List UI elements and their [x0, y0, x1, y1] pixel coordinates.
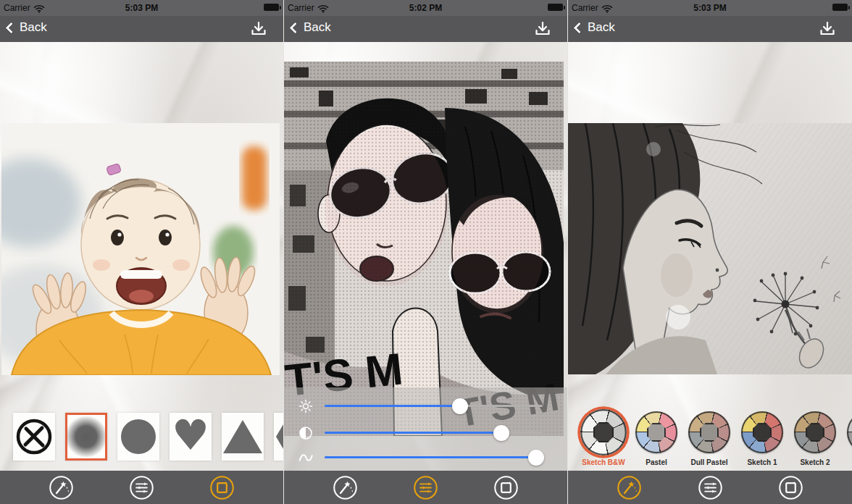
filter-wheel-preview: [635, 411, 677, 453]
panel-filters: Carrier 5:03 PM Back: [568, 0, 852, 504]
slider-fill: [325, 432, 501, 434]
editor-body: ♥: [0, 42, 283, 471]
editor-body: Sketch B&W Pastel Dull Pastel: [568, 42, 852, 471]
editor-body: T'S M T'S M: [284, 42, 567, 471]
filter-label: Dull Pastel: [680, 458, 738, 466]
hexagon-mask: [276, 420, 284, 453]
filter-wheel-center: [593, 421, 614, 442]
adjust-sliders-icon[interactable]: [128, 474, 155, 501]
adjust-sliders-icon[interactable]: [412, 474, 439, 501]
back-button[interactable]: Back: [575, 20, 615, 35]
dandelion-sketch-photo: [568, 123, 852, 374]
filter-thumb-sketch-1[interactable]: Sketch 1: [741, 411, 783, 466]
adjustment-panel: [284, 387, 567, 471]
shape-tile-circle[interactable]: [117, 413, 159, 461]
triangle-mask: [223, 420, 262, 453]
slider-fill: [325, 456, 536, 458]
filter-wheel-preview: [741, 411, 783, 453]
frame-mask-icon[interactable]: [209, 474, 235, 501]
battery-icon: [832, 4, 848, 11]
filter-label: Pastel: [627, 458, 685, 466]
download-icon[interactable]: [535, 21, 551, 36]
back-chevron-icon: [574, 22, 585, 34]
brightness-slider[interactable]: [325, 405, 543, 407]
slider-knob[interactable]: [528, 450, 544, 466]
filter-wheel-center: [753, 423, 772, 442]
back-label: Back: [588, 20, 615, 35]
battery-icon: [264, 4, 279, 11]
slider-knob[interactable]: [452, 398, 468, 414]
shape-tile-no-mask[interactable]: [13, 413, 55, 461]
contrast-slider[interactable]: [325, 432, 543, 434]
back-label: Back: [304, 20, 331, 35]
download-icon[interactable]: [819, 21, 835, 36]
app-screenshots-strip: Carrier 5:03 PM Back: [0, 0, 852, 504]
frame-mask-icon[interactable]: [493, 474, 519, 501]
shape-tile-heart[interactable]: ♥: [170, 413, 212, 461]
status-time: 5:03 PM: [0, 3, 283, 13]
heart-mask: ♥: [172, 414, 209, 456]
back-label: Back: [20, 20, 47, 35]
nav-bar: Back: [0, 16, 283, 42]
shape-tile-soft-circle[interactable]: [65, 413, 107, 461]
curve-wave-icon: [298, 450, 314, 466]
bottom-toolbar: [0, 471, 283, 504]
filter-thumb-sketch-bw[interactable]: Sketch B&W: [582, 411, 625, 466]
slider-knob[interactable]: [493, 425, 509, 441]
circle-mask: [121, 419, 156, 454]
panel-shape-mask: Carrier 5:03 PM Back: [0, 0, 284, 504]
contrast-icon: [298, 425, 314, 441]
download-icon[interactable]: [251, 21, 267, 36]
status-bar: Carrier 5:03 PM: [568, 0, 852, 16]
frame-mask-icon[interactable]: [777, 474, 804, 501]
status-time: 5:03 PM: [568, 3, 852, 13]
filter-wheel-center: [806, 423, 825, 442]
status-bar: Carrier 5:02 PM: [284, 0, 567, 16]
filter-wheel-preview: [580, 409, 627, 455]
filter-wheel-center: [700, 423, 719, 442]
status-bar: Carrier 5:03 PM: [0, 0, 283, 16]
filter-label: Sketch 1: [733, 458, 791, 466]
shape-mask-picker: ♥: [13, 413, 284, 461]
filter-wheel-preview: [847, 411, 852, 453]
smoothing-slider-row: [284, 448, 567, 467]
effects-wand-icon[interactable]: [616, 474, 643, 501]
filter-thumb-pastel[interactable]: Pastel: [635, 411, 677, 466]
brightness-slider-row: [284, 397, 567, 416]
adjust-sliders-icon[interactable]: [697, 474, 724, 501]
shape-tile-hexagon[interactable]: [274, 413, 284, 461]
filter-wheel-center: [647, 423, 667, 442]
filter-picker: Sketch B&W Pastel Dull Pastel: [582, 411, 852, 466]
back-button[interactable]: Back: [291, 20, 331, 35]
contrast-slider-row: [284, 424, 567, 442]
filter-wheel-preview: [794, 411, 836, 453]
filter-thumb-partial[interactable]: [847, 411, 852, 466]
baby-sketch-photo: [1, 123, 280, 375]
soft-circle-mask: [67, 416, 105, 457]
bottom-toolbar: [568, 471, 852, 504]
nav-bar: Back: [284, 16, 567, 42]
filter-wheel-preview: [688, 411, 730, 453]
filter-thumb-dull-pastel[interactable]: Dull Pastel: [688, 411, 730, 466]
panel-adjustments: Carrier 5:02 PM Back: [284, 0, 568, 504]
bottom-toolbar: [284, 471, 567, 504]
shape-tile-triangle[interactable]: [222, 413, 264, 461]
back-button[interactable]: Back: [7, 20, 47, 35]
smoothing-slider[interactable]: [325, 456, 543, 458]
battery-icon: [548, 4, 563, 11]
back-chevron-icon: [290, 22, 301, 34]
brightness-sun-icon: [298, 398, 314, 414]
effects-wand-icon[interactable]: [48, 474, 75, 501]
slider-fill: [325, 405, 460, 407]
filter-thumb-sketch-2[interactable]: Sketch 2: [794, 411, 836, 466]
back-chevron-icon: [6, 22, 17, 34]
selfie-halftone-photo: T'S M T'S M: [284, 62, 564, 436]
nav-bar: Back: [568, 16, 852, 42]
effects-wand-icon[interactable]: [332, 474, 359, 501]
status-time: 5:02 PM: [284, 3, 567, 13]
filter-label: Sketch B&W: [575, 458, 632, 466]
filter-label: Sketch 2: [786, 458, 844, 466]
